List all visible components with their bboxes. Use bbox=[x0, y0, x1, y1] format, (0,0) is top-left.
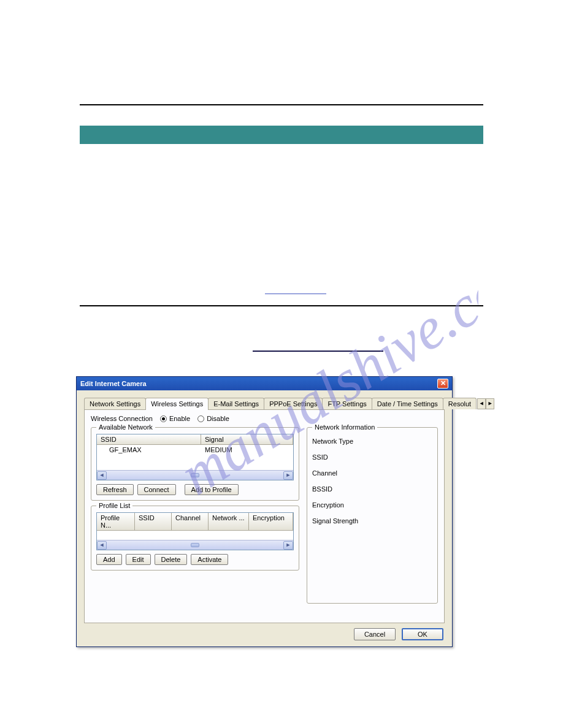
col-signal[interactable]: Signal bbox=[201, 434, 293, 444]
scroll-right-icon[interactable]: ► bbox=[283, 541, 293, 550]
available-network-group: Available Network SSID Signal GF_EMAX ME… bbox=[91, 427, 299, 501]
profile-list-group: Profile List Profile N... SSID Channel N… bbox=[91, 506, 299, 571]
connect-button[interactable]: Connect bbox=[137, 484, 176, 495]
profile-list[interactable]: Profile N... SSID Channel Network ... En… bbox=[96, 512, 294, 550]
hscrollbar[interactable]: ◄ ► bbox=[97, 540, 293, 550]
tab-row: Network Settings Wireless Settings E-Mai… bbox=[84, 396, 445, 410]
edit-internet-camera-dialog: Edit Internet Camera ✕ Network Settings … bbox=[76, 376, 453, 647]
tab-ftp-settings[interactable]: FTP Settings bbox=[322, 398, 372, 409]
profile-list-label: Profile List bbox=[96, 502, 132, 509]
col-channel[interactable]: Channel bbox=[172, 513, 209, 530]
network-information-group: Network Information Network Type SSID Ch… bbox=[307, 427, 438, 604]
field-encryption: Encryption bbox=[312, 501, 432, 509]
tab-scroll-buttons: ◄ ► bbox=[477, 398, 494, 409]
col-network[interactable]: Network ... bbox=[209, 513, 249, 530]
available-network-list[interactable]: SSID Signal GF_EMAX MEDIUM ◄ ► bbox=[96, 434, 294, 480]
tab-resolution[interactable]: Resolut bbox=[443, 398, 477, 409]
radio-disable[interactable]: Disable bbox=[197, 415, 229, 422]
dialog-footer: Cancel OK bbox=[354, 628, 443, 640]
scroll-left-icon[interactable]: ◄ bbox=[97, 471, 107, 480]
cell-ssid: GF_EMAX bbox=[97, 445, 201, 455]
page-link-underline-2 bbox=[253, 351, 383, 352]
tab-pppoe-settings[interactable]: PPPoE Settings bbox=[264, 398, 323, 409]
cancel-button[interactable]: Cancel bbox=[354, 628, 396, 640]
titlebar: Edit Internet Camera ✕ bbox=[77, 377, 452, 390]
scroll-thumb[interactable] bbox=[191, 543, 199, 547]
edit-button[interactable]: Edit bbox=[126, 554, 151, 565]
col-ssid[interactable]: SSID bbox=[97, 434, 201, 444]
section-heading-bar bbox=[80, 126, 483, 144]
page-divider-top bbox=[80, 104, 483, 105]
add-button[interactable]: Add bbox=[96, 554, 122, 565]
wireless-connection-row: Wireless Connection Enable Disable bbox=[91, 415, 438, 422]
radio-enable[interactable]: Enable bbox=[160, 415, 190, 422]
tab-date-time-settings[interactable]: Date / Time Settings bbox=[372, 398, 443, 409]
scroll-right-icon[interactable]: ► bbox=[283, 471, 293, 480]
field-network-type: Network Type bbox=[312, 438, 432, 445]
page-link-underline-1 bbox=[265, 284, 326, 294]
radio-dot-icon bbox=[197, 415, 204, 422]
scroll-left-icon[interactable]: ◄ bbox=[97, 541, 107, 550]
page-divider-mid bbox=[80, 305, 483, 306]
field-ssid: SSID bbox=[312, 453, 432, 461]
radio-disable-label: Disable bbox=[207, 415, 229, 422]
activate-button[interactable]: Activate bbox=[191, 554, 228, 565]
list-item[interactable]: GF_EMAX MEDIUM bbox=[97, 445, 293, 455]
ok-button[interactable]: OK bbox=[402, 628, 443, 640]
tab-email-settings[interactable]: E-Mail Settings bbox=[208, 398, 264, 409]
tab-network-settings[interactable]: Network Settings bbox=[84, 398, 146, 409]
col-profile-name[interactable]: Profile N... bbox=[97, 513, 135, 530]
network-information-label: Network Information bbox=[312, 423, 377, 431]
tab-wireless-settings[interactable]: Wireless Settings bbox=[145, 398, 209, 410]
cell-signal: MEDIUM bbox=[201, 445, 293, 455]
radio-enable-label: Enable bbox=[169, 415, 190, 422]
available-network-header: SSID Signal bbox=[97, 434, 293, 445]
wireless-connection-label: Wireless Connection bbox=[91, 415, 153, 422]
tab-scroll-left-icon[interactable]: ◄ bbox=[477, 398, 486, 409]
refresh-button[interactable]: Refresh bbox=[96, 484, 134, 495]
available-network-label: Available Network bbox=[96, 423, 155, 431]
dialog-body: Network Settings Wireless Settings E-Mai… bbox=[77, 390, 452, 646]
hscrollbar[interactable]: ◄ ► bbox=[97, 470, 293, 480]
add-to-profile-button[interactable]: Add to Profile bbox=[185, 484, 239, 495]
col-ssid[interactable]: SSID bbox=[135, 513, 172, 530]
tab-content-wireless: Wireless Connection Enable Disable Avail… bbox=[84, 410, 445, 623]
field-bssid: BSSID bbox=[312, 485, 432, 493]
col-encryption[interactable]: Encryption bbox=[249, 513, 293, 530]
profile-list-header: Profile N... SSID Channel Network ... En… bbox=[97, 513, 293, 531]
tab-scroll-right-icon[interactable]: ► bbox=[486, 398, 494, 409]
delete-button[interactable]: Delete bbox=[155, 554, 188, 565]
scroll-thumb[interactable] bbox=[191, 473, 199, 477]
radio-dot-icon bbox=[160, 415, 167, 422]
field-signal-strength: Signal Strength bbox=[312, 517, 432, 525]
close-icon[interactable]: ✕ bbox=[437, 379, 448, 389]
field-channel: Channel bbox=[312, 469, 432, 477]
window-title: Edit Internet Camera bbox=[80, 380, 147, 387]
